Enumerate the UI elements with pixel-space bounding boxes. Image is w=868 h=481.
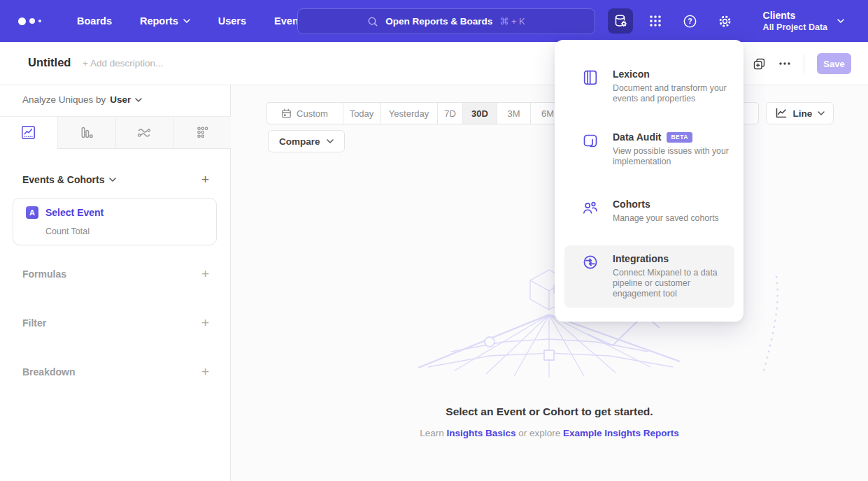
date-range-today[interactable]: Today bbox=[343, 103, 380, 124]
analyze-value: User bbox=[110, 94, 131, 105]
project-selector[interactable]: Clients All Project Data bbox=[763, 10, 858, 32]
chart-style-dropdown[interactable]: Line bbox=[766, 102, 834, 124]
date-range-custom[interactable]: Custom bbox=[266, 103, 343, 124]
ellipsis-icon bbox=[778, 62, 791, 66]
menu-item-data-audit[interactable]: Data Audit BETA View possible issues wit… bbox=[564, 124, 734, 175]
menu-item-title: Cohorts bbox=[613, 199, 650, 210]
compare-label: Compare bbox=[279, 136, 320, 147]
menu-item-description: Manage your saved cohorts bbox=[613, 213, 732, 224]
add-breakdown-button[interactable]: + bbox=[201, 365, 209, 378]
search-icon bbox=[367, 16, 378, 27]
add-filter-button[interactable]: + bbox=[201, 316, 209, 329]
chart-type-tabs bbox=[0, 116, 231, 149]
tab-metric-chart[interactable] bbox=[173, 117, 231, 148]
data-management-button[interactable] bbox=[608, 8, 633, 34]
analyze-row: Analyze Uniques by User bbox=[22, 94, 142, 105]
nav-item-boards[interactable]: Boards bbox=[77, 15, 112, 27]
svg-text:?: ? bbox=[688, 17, 692, 25]
formulas-section: Formulas + bbox=[22, 267, 209, 280]
date-range-yesterday[interactable]: Yesterday bbox=[380, 103, 438, 124]
chart-area: Custom Today Yesterday 7D 30D 3M 6M Comp… bbox=[231, 85, 868, 481]
top-nav: Boards Reports Users Events Open Reports… bbox=[0, 0, 868, 42]
line-chart-icon bbox=[21, 125, 36, 140]
save-button[interactable]: Save bbox=[817, 53, 851, 74]
database-gear-icon bbox=[613, 13, 628, 29]
settings-button[interactable] bbox=[713, 8, 738, 34]
data-management-menu: Lexicon Document and transform your even… bbox=[555, 40, 744, 322]
copy-plus-icon bbox=[753, 57, 766, 71]
filter-section: Filter + bbox=[22, 316, 209, 329]
empty-prefix: Learn bbox=[420, 428, 444, 438]
add-formula-button[interactable]: + bbox=[201, 267, 209, 280]
query-sidebar: Analyze Uniques by User bbox=[0, 85, 231, 481]
filter-label: Filter bbox=[22, 317, 46, 329]
date-range-label: Today bbox=[350, 108, 374, 119]
menu-item-description: Connect Mixpanel to a data pipeline or c… bbox=[613, 268, 732, 300]
apps-grid-button[interactable] bbox=[643, 8, 668, 34]
menu-item-title: Integrations bbox=[613, 253, 669, 264]
mixpanel-logo[interactable] bbox=[18, 17, 49, 25]
menu-item-description: View possible issues with your implement… bbox=[613, 146, 732, 167]
empty-middle: or explore bbox=[518, 428, 560, 438]
breakdown-label: Breakdown bbox=[22, 366, 75, 378]
bar-chart-icon bbox=[79, 125, 94, 140]
chevron-down-icon bbox=[135, 98, 142, 102]
search-shortcut: ⌘ + K bbox=[499, 16, 525, 27]
date-range-3m[interactable]: 3M bbox=[497, 103, 531, 124]
event-card[interactable]: A Select Event Count Total bbox=[13, 198, 217, 245]
chevron-down-icon bbox=[109, 178, 116, 182]
help-button[interactable]: ? bbox=[678, 8, 703, 34]
date-range-control: Custom Today Yesterday 7D 30D 3M 6M bbox=[266, 102, 565, 124]
nav-item-label: Users bbox=[218, 15, 246, 27]
date-range-label: Custom bbox=[297, 108, 328, 119]
add-event-button[interactable]: + bbox=[201, 173, 209, 186]
analyze-label: Analyze Uniques by bbox=[22, 94, 106, 105]
search-placeholder: Open Reports & Boards bbox=[385, 16, 492, 27]
tab-bar-chart[interactable] bbox=[58, 117, 116, 148]
question-icon: ? bbox=[683, 14, 697, 29]
date-range-30d-selected[interactable]: 30D bbox=[463, 103, 497, 124]
date-range-label: 7D bbox=[444, 108, 456, 119]
date-range-label: 3M bbox=[507, 108, 520, 119]
tab-insights-line[interactable] bbox=[0, 117, 58, 148]
duplicate-button[interactable] bbox=[753, 57, 766, 71]
menu-item-title: Lexicon bbox=[613, 69, 650, 80]
breakdown-section: Breakdown + bbox=[22, 365, 209, 378]
beta-badge: BETA bbox=[667, 132, 692, 143]
menu-item-cohorts[interactable]: Cohorts Manage your saved cohorts bbox=[564, 191, 734, 231]
gear-icon bbox=[718, 14, 732, 29]
report-title[interactable]: Untitled bbox=[28, 56, 71, 69]
empty-state-title: Select an Event or Cohort to get started… bbox=[231, 405, 868, 418]
nav-item-users[interactable]: Users bbox=[218, 15, 246, 27]
global-search-input[interactable]: Open Reports & Boards ⌘ + K bbox=[297, 8, 595, 34]
lexicon-book-icon bbox=[582, 69, 599, 86]
nav-item-label: Boards bbox=[77, 15, 112, 27]
grid-dots-icon bbox=[648, 14, 662, 28]
chevron-down-icon bbox=[818, 111, 825, 115]
select-event-button[interactable]: Select Event bbox=[45, 207, 104, 218]
date-range-label: 30D bbox=[471, 108, 488, 119]
menu-item-description: Document and transform your events and p… bbox=[613, 83, 732, 104]
flow-lines-icon bbox=[136, 125, 152, 141]
events-cohorts-section: Events & Cohorts + bbox=[22, 173, 209, 186]
example-reports-link[interactable]: Example Insights Reports bbox=[563, 428, 679, 438]
formulas-label: Formulas bbox=[22, 268, 66, 280]
menu-item-integrations[interactable]: Integrations Connect Mixpanel to a data … bbox=[564, 245, 734, 308]
analyze-value-dropdown[interactable]: User bbox=[110, 94, 142, 105]
more-options-button[interactable] bbox=[778, 62, 791, 66]
empty-state-subtitle: Learn Insights Basics or explore Example… bbox=[231, 428, 868, 438]
insights-basics-link[interactable]: Insights Basics bbox=[446, 428, 515, 438]
project-value: All Project Data bbox=[763, 22, 827, 32]
nav-item-reports[interactable]: Reports bbox=[140, 15, 190, 27]
menu-item-lexicon[interactable]: Lexicon Document and transform your even… bbox=[564, 61, 734, 112]
menu-item-title: Data Audit bbox=[613, 131, 661, 143]
compare-dropdown[interactable]: Compare bbox=[268, 130, 345, 152]
line-style-icon bbox=[775, 108, 788, 119]
cohorts-people-icon bbox=[582, 199, 599, 216]
tab-stacked-chart[interactable] bbox=[116, 117, 174, 148]
date-range-7d[interactable]: 7D bbox=[438, 103, 463, 124]
count-total-dropdown[interactable]: Count Total bbox=[45, 227, 90, 236]
events-cohorts-header[interactable]: Events & Cohorts bbox=[22, 174, 116, 185]
description-field[interactable]: + Add description... bbox=[83, 58, 163, 69]
nav-item-label: Reports bbox=[140, 15, 178, 27]
